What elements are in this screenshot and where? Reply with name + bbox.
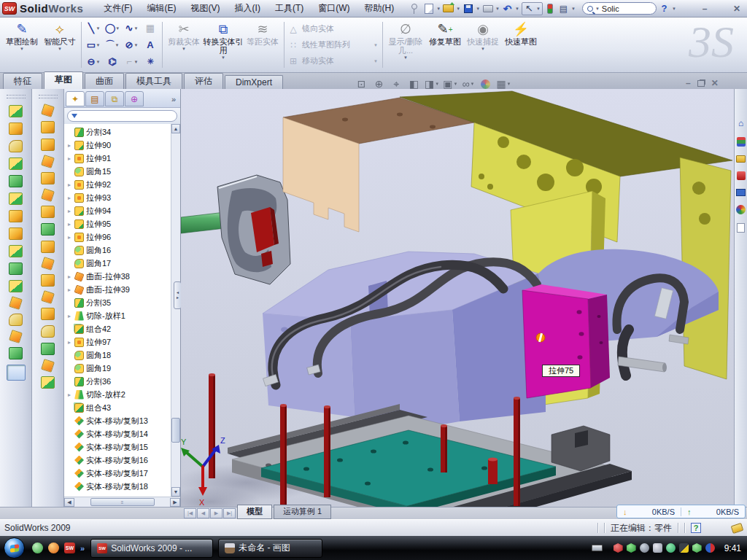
print-icon[interactable] <box>483 5 493 12</box>
configuration-manager-tab[interactable]: ⧉ <box>105 91 124 106</box>
feature-tool-icon[interactable] <box>9 228 23 240</box>
help-icon[interactable]: ? <box>659 3 670 15</box>
surface-tool-icon[interactable] <box>41 172 55 184</box>
undo-icon[interactable]: ↶ <box>502 3 513 15</box>
open-icon[interactable] <box>443 4 454 12</box>
expand-arrow-icon[interactable]: ▸ <box>66 155 72 162</box>
surface-tool-icon[interactable] <box>41 139 55 151</box>
taskbar-clock[interactable]: 9:41 <box>724 543 741 553</box>
dropdown-arrow-icon[interactable]: ▼ <box>20 47 24 51</box>
antivirus-tray-icon[interactable] <box>627 543 636 553</box>
surface-tool-icon[interactable] <box>41 308 55 320</box>
dropdown-arrow-icon[interactable]: ▼ <box>595 7 600 11</box>
dropdown-arrow-icon[interactable]: ▼ <box>536 7 541 11</box>
magenta-insert-block[interactable] <box>522 284 610 398</box>
feature-tool-icon[interactable] <box>9 262 23 275</box>
update-tray-icon[interactable] <box>640 543 649 553</box>
tree-item[interactable]: ▸分割36 <box>66 375 180 388</box>
rectangle-tool[interactable]: ▭▼ <box>84 36 103 53</box>
menu-insert[interactable]: 插入(I) <box>228 0 268 17</box>
menu-help[interactable]: 帮助(H) <box>357 0 402 17</box>
pushpin-icon[interactable] <box>410 3 421 15</box>
line-tool[interactable]: ╲▼ <box>84 20 103 36</box>
menu-edit[interactable]: 编辑(E) <box>140 0 184 17</box>
ellipse-tool[interactable]: ⊘▼ <box>122 36 141 53</box>
feature-tool-icon[interactable] <box>9 192 23 205</box>
options-list-icon[interactable]: ▤ <box>558 3 569 15</box>
tree-item[interactable]: ▸拉伸95 <box>66 217 180 230</box>
expand-arrow-icon[interactable]: ▸ <box>66 208 72 214</box>
arc-tool[interactable]: ⌒▼ <box>103 36 122 53</box>
tree-item[interactable]: ▸拉伸97 <box>66 335 180 349</box>
rapid-sketch-button[interactable]: ⚡ 快速草图 <box>502 19 540 71</box>
menu-tools[interactable]: 工具(T) <box>268 0 311 17</box>
feature-tool-icon[interactable] <box>9 175 23 187</box>
feature-tool-icon[interactable] <box>9 210 23 222</box>
keyboard-layout-icon[interactable] <box>592 545 603 551</box>
expand-arrow-icon[interactable]: ▸ <box>66 234 72 241</box>
feature-tool-icon[interactable] <box>9 347 23 359</box>
dropdown-arrow-icon[interactable]: ▼ <box>672 7 676 11</box>
taskbar-button-paint[interactable]: 未命名 - 画图 <box>218 539 322 558</box>
doc-minimize-button[interactable]: – <box>686 78 691 88</box>
solidworks-resources-icon[interactable]: ⌂ <box>736 118 746 128</box>
volume-tray-icon[interactable] <box>653 543 662 553</box>
tree-item[interactable]: ▸实体-移动/复制15 <box>66 440 180 454</box>
tree-item[interactable]: ▸拉伸91 <box>66 152 180 165</box>
new-document-icon[interactable] <box>425 4 433 14</box>
tree-item[interactable]: ▸实体-移动/复制14 <box>66 427 180 440</box>
polygon-tool[interactable]: ⌬ <box>103 53 122 70</box>
expand-arrow-icon[interactable]: ▸ <box>66 273 72 280</box>
surface-tool-icon[interactable] <box>41 343 55 355</box>
menu-view[interactable]: 视图(V) <box>184 0 228 17</box>
tree-item[interactable]: ▸切除-放样1 <box>66 309 180 322</box>
dropdown-arrow-icon[interactable]: ▼ <box>436 7 441 11</box>
tree-item[interactable]: ▸圆角17 <box>66 257 180 270</box>
tree-item[interactable]: ▸实体-移动/复制13 <box>66 414 180 427</box>
tree-item[interactable]: ▸组合42 <box>66 322 180 335</box>
solidworks-launcher-icon[interactable]: SW <box>64 542 75 553</box>
tab-dimxpert[interactable]: DimXpert <box>225 75 283 89</box>
dropdown-arrow-icon[interactable]: ▼ <box>456 7 460 11</box>
expand-arrow-icon[interactable]: ▸ <box>66 313 72 319</box>
surface-tool-icon[interactable] <box>41 104 55 117</box>
close-button[interactable]: ✕ <box>731 4 743 14</box>
surface-tool-icon[interactable] <box>41 257 55 271</box>
selection-box-tool[interactable]: ▦ <box>141 20 160 36</box>
sync-tray-icon[interactable] <box>666 543 676 553</box>
dropdown-arrow-icon[interactable]: ▼ <box>495 7 500 11</box>
dropdown-arrow-icon[interactable]: ▼ <box>58 47 62 51</box>
doc-close-button[interactable]: ✕ <box>711 78 719 88</box>
dropdown-arrow-icon[interactable]: ▼ <box>476 7 480 11</box>
surface-tool-icon[interactable] <box>41 206 55 218</box>
security-alert-tray-icon[interactable] <box>614 543 623 553</box>
scroll-left-icon[interactable]: ◀ <box>64 498 74 507</box>
tree-item[interactable]: ▸拉伸94 <box>66 204 180 217</box>
dropdown-arrow-icon[interactable]: ▼ <box>571 7 576 11</box>
dropdown-arrow-icon[interactable]: ▼ <box>515 7 519 11</box>
next-tab-button[interactable]: ▶ <box>210 508 222 518</box>
expand-arrow-icon[interactable]: ▸ <box>66 392 72 398</box>
traffic-light-icon[interactable] <box>547 4 553 14</box>
tree-item[interactable]: ▸曲面-拉伸38 <box>66 270 180 283</box>
tree-item[interactable]: ▸曲面-拉伸39 <box>66 283 180 296</box>
surface-tool-icon[interactable] <box>41 223 55 236</box>
minimize-button[interactable]: – <box>699 4 711 14</box>
feature-tool-icon[interactable] <box>9 296 23 310</box>
tag-icon[interactable] <box>731 522 744 533</box>
tree-item[interactable]: ▸分割34 <box>66 125 180 139</box>
circle-tool[interactable]: ◯▼ <box>103 20 122 36</box>
doc-restore-button[interactable] <box>697 80 705 87</box>
tree-item[interactable]: ▸实体-移动/复制16 <box>66 454 180 467</box>
smart-dimension-button[interactable]: ⟡ 智能尺寸 ▼ <box>41 19 79 71</box>
top-clamp-plate[interactable] <box>283 98 474 232</box>
messenger-icon[interactable] <box>32 542 43 553</box>
design-library-icon[interactable] <box>737 137 746 147</box>
property-manager-tab[interactable]: ▤ <box>85 91 104 106</box>
quick-launch-overflow-icon[interactable]: » <box>80 544 85 553</box>
tree-item[interactable]: ▸拉伸93 <box>66 191 180 204</box>
scroll-up-icon[interactable]: ▲ <box>171 124 180 133</box>
clamp-body[interactable] <box>217 175 290 284</box>
view-orientation-icon[interactable]: ◨▼ <box>425 77 439 90</box>
more-tabs-chevron-icon[interactable]: » <box>171 95 179 104</box>
